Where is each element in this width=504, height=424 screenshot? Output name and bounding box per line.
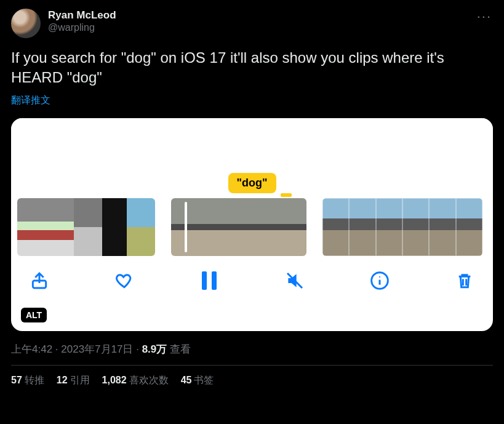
- author-name: Ryan McLeod: [48, 9, 116, 22]
- divider: [11, 365, 493, 366]
- bookmarks-stat[interactable]: 45书签: [181, 374, 214, 387]
- views-count: 8.9万: [142, 343, 167, 355]
- time-text[interactable]: 上午4:42: [11, 343, 52, 355]
- trash-icon[interactable]: [454, 270, 476, 292]
- clip-thumb[interactable]: [171, 198, 306, 256]
- alt-text-badge[interactable]: ALT: [21, 308, 47, 322]
- mute-icon[interactable]: [284, 270, 306, 292]
- media-preview-top: "dog": [11, 118, 493, 198]
- more-icon[interactable]: ···: [477, 9, 492, 25]
- tweet-text: If you search for "dog" on iOS 17 it'll …: [11, 48, 493, 88]
- retweets-stat[interactable]: 57转推: [11, 374, 44, 387]
- quotes-stat[interactable]: 12引用: [57, 374, 90, 387]
- search-term-badge: "dog": [228, 173, 276, 193]
- likes-stat[interactable]: 1,082喜欢次数: [102, 374, 169, 387]
- tweet-meta: 上午4:42 · 2023年7月17日 · 8.9万 查看: [11, 342, 493, 356]
- avatar[interactable]: [11, 9, 41, 38]
- clip-thumb[interactable]: [17, 198, 155, 256]
- media-action-bar: [11, 256, 493, 292]
- translate-link[interactable]: 翻译推文: [11, 94, 493, 107]
- video-timeline[interactable]: [11, 198, 493, 256]
- author-block[interactable]: Ryan McLeod @warpling: [48, 9, 116, 34]
- author-handle: @warpling: [48, 22, 116, 34]
- share-icon[interactable]: [28, 270, 50, 292]
- clip-thumb[interactable]: [322, 198, 482, 256]
- svg-point-4: [379, 276, 380, 278]
- tweet-header: Ryan McLeod @warpling ···: [11, 9, 493, 38]
- tweet-stats: 57转推 12引用 1,082喜欢次数 45书签: [11, 374, 493, 391]
- pause-icon[interactable]: [198, 270, 220, 292]
- search-term-tick: [281, 193, 292, 197]
- info-icon[interactable]: [369, 270, 391, 292]
- views-label: 查看: [167, 343, 191, 355]
- heart-icon[interactable]: [113, 270, 135, 292]
- tweet-container: Ryan McLeod @warpling ··· If you search …: [0, 0, 504, 397]
- media-card[interactable]: "dog": [11, 118, 493, 331]
- date-text[interactable]: 2023年7月17日: [61, 343, 133, 355]
